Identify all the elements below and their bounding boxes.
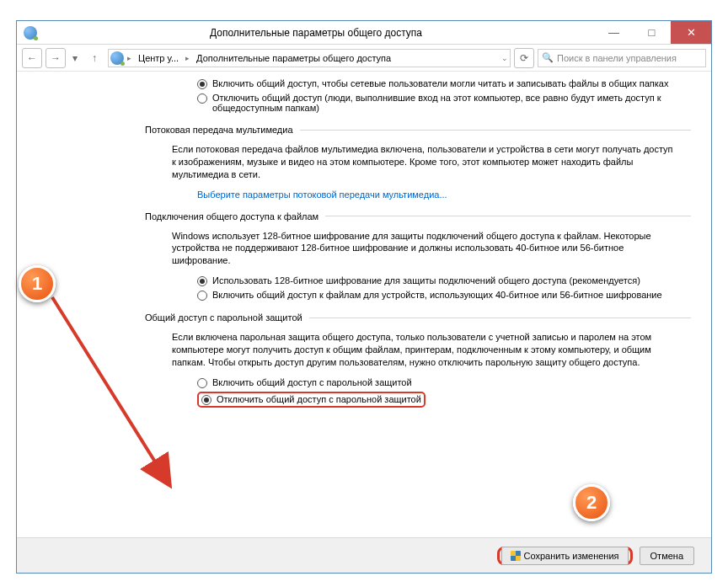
radio-icon	[197, 378, 207, 388]
save-button-highlight: Сохранить изменения	[497, 547, 633, 565]
radio-128bit-encryption[interactable]: Использовать 128-битное шифрование для з…	[197, 275, 691, 286]
section-title: Подключения общего доступа к файлам	[145, 211, 318, 221]
back-button[interactable]: ←	[22, 48, 42, 68]
highlight-box: Отключить общий доступ с парольной защит…	[197, 392, 426, 408]
radio-icon	[197, 93, 207, 104]
recent-dropdown[interactable]: ▾	[69, 48, 81, 68]
window: Дополнительные параметры общего доступа …	[16, 20, 712, 574]
divider	[309, 318, 691, 318]
cancel-button[interactable]: Отмена	[640, 547, 694, 565]
radio-4056bit-encryption[interactable]: Включить общий доступ к файлам для устро…	[197, 290, 691, 301]
section-file-connections: Подключения общего доступа к файлам	[145, 211, 691, 221]
up-button[interactable]: ↑	[84, 48, 104, 68]
annotation-marker-1: 1	[19, 265, 56, 302]
minimize-button[interactable]: —	[595, 21, 633, 44]
radio-label: Отключить общий доступ (люди, выполнивши…	[212, 93, 691, 113]
section-title: Общий доступ с парольной защитой	[145, 312, 302, 323]
chevron-right-icon: ▸	[185, 54, 190, 62]
refresh-button[interactable]: ⟳	[514, 48, 534, 68]
cancel-label: Отмена	[650, 551, 683, 561]
section-password-protection: Общий доступ с парольной защитой	[145, 312, 691, 323]
radio-icon	[197, 291, 207, 301]
search-input[interactable]: 🔍 Поиск в панели управления	[538, 49, 706, 67]
radio-label: Включить общий доступ к файлам для устро…	[212, 290, 662, 300]
window-title: Дополнительные параметры общего доступа	[37, 27, 595, 39]
file-connections-text: Windows использует 128-битное шифрование…	[172, 230, 674, 268]
radio-password-off[interactable]: Отключить общий доступ с парольной защит…	[197, 392, 691, 408]
maximize-button[interactable]: □	[633, 21, 671, 44]
divider	[325, 216, 691, 216]
radio-public-sharing-on[interactable]: Включить общий доступ, чтобы сетевые пол…	[197, 78, 691, 89]
search-icon: 🔍	[542, 52, 554, 63]
chevron-right-icon: ▸	[127, 54, 131, 62]
radio-label: Включить общий доступ, чтобы сетевые пол…	[212, 78, 668, 88]
address-bar[interactable]: ▸ Центр у... ▸ Дополнительные параметры …	[108, 49, 511, 67]
shield-icon	[511, 551, 521, 561]
network-sharing-icon	[24, 26, 37, 40]
radio-password-on[interactable]: Включить общий доступ с парольной защито…	[197, 377, 691, 388]
close-button[interactable]: ✕	[671, 21, 711, 44]
save-label: Сохранить изменения	[524, 551, 619, 561]
content-area: Включить общий доступ, чтобы сетевые пол…	[17, 72, 711, 537]
titlebar-buttons: — □ ✕	[595, 21, 711, 44]
breadcrumb-2[interactable]: Дополнительные параметры общего доступа	[193, 53, 394, 63]
annotation-marker-2: 2	[573, 484, 610, 521]
save-button[interactable]: Сохранить изменения	[501, 547, 629, 565]
password-protection-text: Если включена парольная защита общего до…	[172, 331, 674, 369]
search-placeholder: Поиск в панели управления	[557, 53, 677, 63]
media-streaming-link[interactable]: Выберите параметры потоковой передачи му…	[197, 189, 691, 200]
titlebar: Дополнительные параметры общего доступа …	[17, 21, 711, 45]
radio-icon	[201, 395, 211, 405]
radio-public-sharing-off[interactable]: Отключить общий доступ (люди, выполнивши…	[197, 93, 691, 113]
navbar: ← → ▾ ↑ ▸ Центр у... ▸ Дополнительные па…	[17, 45, 711, 72]
radio-label: Отключить общий доступ с парольной защит…	[217, 394, 421, 404]
address-dropdown-icon[interactable]: ⌄	[501, 54, 508, 62]
network-sharing-icon	[110, 51, 124, 65]
breadcrumb-1[interactable]: Центр у...	[135, 53, 182, 63]
media-streaming-text: Если потоковая передача файлов мультимед…	[172, 143, 674, 181]
section-media-streaming: Потоковая передача мультимедиа	[145, 125, 691, 135]
radio-label: Включить общий доступ с парольной защито…	[212, 377, 412, 387]
radio-icon	[197, 276, 207, 286]
footer: Сохранить изменения Отмена	[17, 537, 711, 573]
divider	[300, 130, 691, 131]
section-title: Потоковая передача мультимедиа	[145, 125, 293, 135]
forward-button[interactable]: →	[46, 48, 66, 68]
radio-icon	[197, 79, 207, 89]
radio-label: Использовать 128-битное шифрование для з…	[212, 275, 640, 285]
